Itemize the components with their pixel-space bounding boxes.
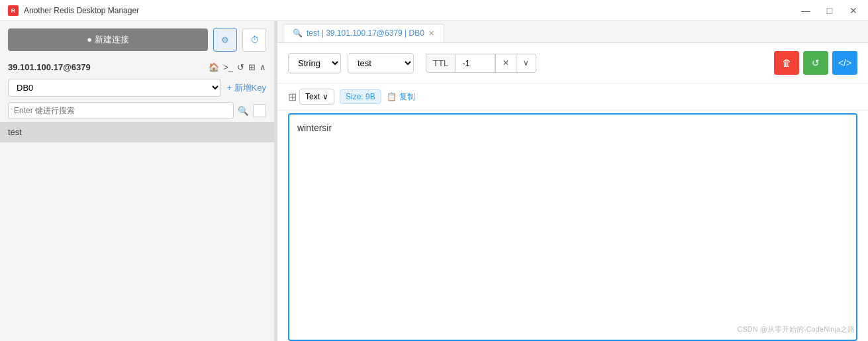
watermark: CSDN @从零开始的-CodeNinja之路 <box>738 324 855 334</box>
connection-actions: 🏠 >_ ↺ ⊞ ∧ <box>209 62 266 72</box>
dropdown-arrow-icon: ∨ <box>322 92 328 101</box>
home-icon-button[interactable]: 🏠 <box>209 62 219 72</box>
title-controls: — □ ✕ <box>799 4 860 17</box>
refresh-value-button[interactable]: ↺ <box>803 51 828 75</box>
chevron-up-icon: ∧ <box>260 62 266 72</box>
title-bar-left: R Another Redis Desktop Manager <box>8 5 139 16</box>
clear-icon: ✕ <box>503 58 509 68</box>
history-icon-button[interactable]: ⏱ <box>242 28 266 52</box>
trash-icon: 🗑 <box>782 58 791 68</box>
close-button[interactable]: ✕ <box>847 4 860 17</box>
tab-search-icon: 🔍 <box>293 28 303 38</box>
home-icon: 🏠 <box>209 62 219 72</box>
refresh-icon: ↺ <box>812 58 820 68</box>
settings-icon-button[interactable]: ⚙ <box>213 28 237 52</box>
search-input[interactable] <box>8 102 234 119</box>
copy-icon: 📋 <box>387 92 397 101</box>
copy-label: 复制 <box>399 91 415 103</box>
type-select[interactable]: String <box>288 53 341 73</box>
delete-button[interactable]: 🗑 <box>774 51 799 75</box>
app-title: Another Redis Desktop Manager <box>24 6 139 15</box>
terminal-icon: >_ <box>223 62 233 72</box>
value-content: wintersir <box>297 122 332 133</box>
ttl-value: -1 <box>456 54 495 73</box>
search-icon: 🔍 <box>238 106 249 116</box>
minimize-button[interactable]: — <box>799 4 812 17</box>
settings-icon: ⚙ <box>221 35 229 45</box>
connection-name: 39.101.100.17@6379 <box>8 62 91 72</box>
key-list: test <box>0 122 274 341</box>
size-badge: Size: 9B <box>340 89 381 104</box>
table-icon: ⊞ <box>288 91 297 103</box>
refresh-icon: ↺ <box>237 62 244 72</box>
content-area: 🔍 test | 39.101.100.17@6379 | DB0 ✕ Stri… <box>277 21 868 341</box>
ttl-label: TTL <box>426 54 456 73</box>
history-icon: ⏱ <box>250 35 259 45</box>
value-editor[interactable]: wintersir <box>288 113 857 341</box>
ttl-clear-button[interactable]: ✕ <box>495 54 516 72</box>
ttl-actions: ✕ ∨ <box>495 54 536 73</box>
maximize-button[interactable]: □ <box>823 4 836 17</box>
app-icon: R <box>8 5 19 16</box>
title-bar: R Another Redis Desktop Manager — □ ✕ <box>0 0 868 21</box>
tab-bar: 🔍 test | 39.101.100.17@6379 | DB0 ✕ <box>277 21 868 43</box>
format-label: Text <box>305 92 320 101</box>
key-item[interactable]: test <box>0 122 274 142</box>
grid-icon: ⊞ <box>248 62 256 72</box>
key-name-select[interactable]: test <box>348 53 414 73</box>
db-row: DB0 + 新增Key <box>0 76 274 99</box>
format-select[interactable]: Text ∨ <box>299 89 334 105</box>
code-icon: </> <box>838 58 851 68</box>
terminal-icon-button[interactable]: >_ <box>223 62 233 72</box>
key-detail-row: String test TTL -1 ✕ ∨ 🗑 <box>277 43 868 83</box>
ttl-dropdown-button[interactable]: ∨ <box>516 54 536 72</box>
sidebar: ● 新建连接 ⚙ ⏱ 39.101.100.17@6379 🏠 >_ ↺ <box>0 21 275 341</box>
action-buttons: 🗑 ↺ </> <box>774 51 857 75</box>
tab-close-button[interactable]: ✕ <box>428 29 434 38</box>
copy-button[interactable]: 📋 复制 <box>387 91 415 103</box>
connection-header: 39.101.100.17@6379 🏠 >_ ↺ ⊞ ∧ <box>0 58 274 76</box>
chevron-down-icon: ∨ <box>523 58 529 68</box>
value-toolbar: ⊞ Text ∨ Size: 9B 📋 复制 <box>277 83 868 111</box>
tab-label: test | 39.101.100.17@6379 | DB0 <box>307 28 424 38</box>
new-connection-button[interactable]: ● 新建连接 <box>8 28 208 51</box>
grid-icon-button[interactable]: ⊞ <box>248 62 256 72</box>
db-select[interactable]: DB0 <box>8 79 221 97</box>
tab-item[interactable]: 🔍 test | 39.101.100.17@6379 | DB0 ✕ <box>283 24 444 42</box>
code-button[interactable]: </> <box>832 51 857 75</box>
filter-button[interactable] <box>253 104 266 117</box>
search-row: 🔍 <box>0 99 274 122</box>
refresh-icon-button[interactable]: ↺ <box>237 62 244 72</box>
search-button[interactable]: 🔍 <box>238 106 249 116</box>
add-key-button[interactable]: + 新增Key <box>226 82 266 94</box>
main-container: ● 新建连接 ⚙ ⏱ 39.101.100.17@6379 🏠 >_ ↺ <box>0 21 868 341</box>
collapse-icon-button[interactable]: ∧ <box>260 62 266 72</box>
